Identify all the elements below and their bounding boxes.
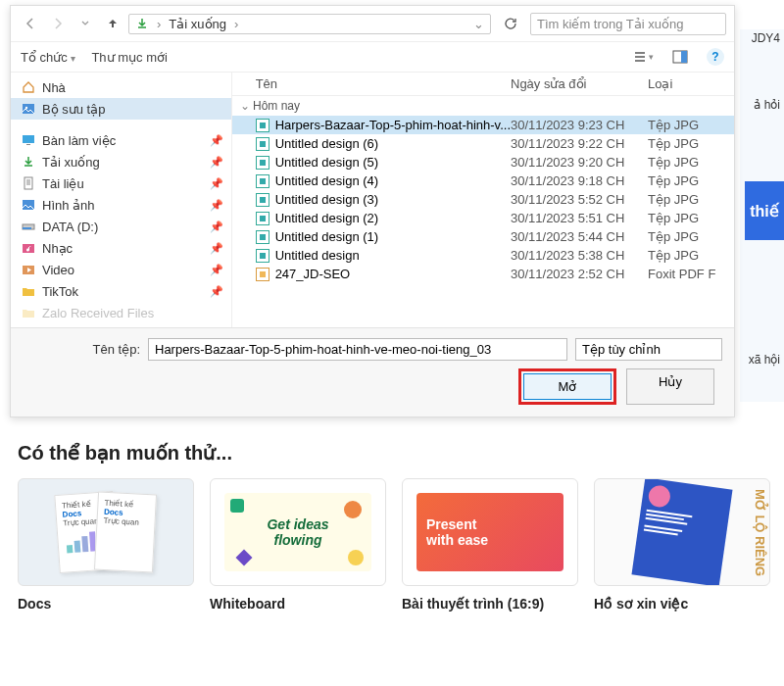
file-icon — [256, 249, 270, 263]
column-headers: Tên Ngày sửa đổi Loại — [232, 73, 734, 96]
sidebar-item-data[interactable]: DATA (D:)📌 — [11, 216, 231, 237]
file-icon — [256, 212, 270, 225]
annotation-highlight: Mở — [518, 368, 616, 405]
file-open-dialog: › Tải xuống › ⌄ Tìm kiếm trong Tải xuống… — [10, 5, 735, 417]
folder-icon — [21, 305, 36, 320]
file-type: Tệp JPG — [648, 136, 726, 151]
col-name[interactable]: Tên — [240, 76, 511, 91]
svg-rect-12 — [67, 545, 74, 553]
file-date: 30/11/2023 5:44 CH — [511, 229, 648, 244]
card-label: Bài thuyết trình (16:9) — [402, 596, 578, 612]
card-label: Hồ sơ xin việc — [594, 596, 770, 612]
pin-icon: 📌 — [210, 134, 223, 147]
download-icon — [135, 17, 149, 30]
folder-icon — [21, 283, 36, 299]
newfolder-button[interactable]: Thư mục mới — [91, 50, 167, 65]
sidebar-item-downloads[interactable]: Tải xuống📌 — [11, 151, 231, 172]
pin-icon: 📌 — [210, 264, 223, 276]
file-name: Untitled design (1) — [275, 229, 379, 244]
sidebar-item-pictures[interactable]: Hình ảnh📌 — [11, 194, 231, 216]
desktop-icon — [21, 132, 36, 148]
template-card-presentation[interactable]: Present with ease Bài thuyết trình (16:9… — [402, 478, 578, 612]
filename-label: Tên tệp: — [23, 342, 140, 357]
svg-rect-4 — [23, 135, 34, 143]
card-label: Docs — [18, 596, 194, 612]
template-card-whiteboard[interactable]: Get ideasflowing Whiteboard — [210, 478, 386, 612]
file-type: Tệp JPG — [648, 155, 726, 170]
col-type[interactable]: Loại — [648, 76, 726, 91]
file-icon — [256, 174, 270, 188]
file-row[interactable]: Untitled design30/11/2023 5:38 CHTệp JPG — [232, 246, 734, 265]
sidebar-item-music[interactable]: Nhạc📌 — [11, 237, 231, 259]
template-card-docs[interactable]: Thiết kế Docs Trực quan Thiết kế Docs Tr… — [18, 478, 194, 612]
gallery-icon — [21, 101, 36, 117]
file-name: Untitled design (3) — [275, 192, 379, 207]
svg-rect-14 — [81, 536, 88, 552]
file-row[interactable]: Untitled design (4)30/11/2023 9:18 CHTệp… — [232, 172, 734, 190]
search-input[interactable]: Tìm kiếm trong Tải xuống — [530, 13, 726, 35]
file-name: Untitled design (6) — [275, 136, 379, 151]
open-button[interactable]: Mở — [523, 373, 612, 400]
file-row[interactable]: Harpers-Bazaar-Top-5-phim-hoat-hinh-v...… — [232, 116, 734, 134]
file-name: Untitled design (2) — [275, 211, 379, 225]
filetype-filter[interactable] — [575, 338, 722, 361]
file-row[interactable]: Untitled design (1)30/11/2023 5:44 CHTệp… — [232, 227, 734, 246]
back-button[interactable] — [19, 12, 42, 35]
preview-pane-button[interactable] — [669, 46, 691, 68]
view-menu[interactable]: ▾ — [632, 46, 654, 68]
path-segment[interactable]: Tải xuống — [169, 17, 226, 31]
file-list: Tên Ngày sửa đổi Loại ⌄ Hôm nay Harpers-… — [232, 73, 734, 327]
file-name: Untitled design — [275, 248, 360, 263]
file-type: Tệp JPG — [648, 118, 726, 132]
file-row[interactable]: Untitled design (2)30/11/2023 5:51 CHTệp… — [232, 209, 734, 227]
pin-icon: 📌 — [210, 199, 223, 212]
file-icon — [256, 230, 270, 244]
help-button[interactable]: ? — [707, 48, 724, 66]
file-row[interactable]: Untitled design (5)30/11/2023 9:20 CHTệp… — [232, 153, 734, 172]
nav-bar: › Tải xuống › ⌄ Tìm kiếm trong Tải xuống — [11, 6, 734, 42]
group-today[interactable]: ⌄ Hôm nay — [232, 96, 734, 116]
template-card-resume[interactable]: MỞ LỘ RIÊNG Hồ sơ xin việc — [594, 478, 770, 612]
forward-button[interactable] — [46, 12, 70, 35]
file-date: 30/11/2023 9:22 CH — [511, 136, 648, 151]
recent-dropdown[interactable] — [74, 12, 97, 35]
bg-text: JDY4 — [752, 31, 780, 45]
refresh-button[interactable] — [499, 12, 522, 35]
pin-icon: 📌 — [210, 242, 223, 255]
card-label: Whiteboard — [210, 596, 386, 612]
file-date: 30/11/2023 5:51 CH — [511, 211, 648, 225]
sidebar-item-home[interactable]: Nhà — [11, 76, 231, 98]
sidebar-item-collection[interactable]: Bộ sưu tập — [11, 98, 231, 120]
organize-menu[interactable]: Tổ chức ▾ — [21, 50, 75, 65]
dialog-footer: Tên tệp: Mở Hủy — [11, 327, 734, 416]
file-date: 30/11/2023 5:38 CH — [511, 248, 648, 263]
file-row[interactable]: Untitled design (3)30/11/2023 5:52 CHTệp… — [232, 190, 734, 209]
file-type: Tệp JPG — [648, 211, 726, 225]
file-row[interactable]: Untitled design (6)30/11/2023 9:22 CHTệp… — [232, 134, 734, 153]
col-date[interactable]: Ngày sửa đổi — [511, 76, 648, 91]
sidebar-item-tiktok[interactable]: TikTok📌 — [11, 280, 231, 302]
file-row[interactable]: 247_JD-SEO30/11/2023 2:52 CHFoxit PDF F — [232, 265, 734, 283]
path-dropdown-icon[interactable]: ⌄ — [473, 17, 484, 31]
svg-rect-13 — [74, 540, 81, 552]
file-date: 30/11/2023 5:52 CH — [511, 192, 648, 207]
filename-input[interactable] — [148, 338, 567, 361]
pin-icon: 📌 — [210, 156, 223, 169]
thumb-presentation: Present with ease — [402, 478, 578, 586]
cancel-button[interactable]: Hủy — [626, 368, 714, 405]
file-date: 30/11/2023 9:23 CH — [511, 118, 648, 132]
pin-icon: 📌 — [210, 220, 223, 233]
sidebar-item-desktop[interactable]: Bàn làm việc📌 — [11, 129, 231, 151]
thumb-docs: Thiết kế Docs Trực quan Thiết kế Docs Tr… — [18, 478, 194, 586]
up-button[interactable] — [101, 12, 124, 35]
path-box[interactable]: › Tải xuống › ⌄ — [128, 14, 491, 34]
sidebar-item-documents[interactable]: Tài liệu📌 — [11, 172, 231, 194]
file-type: Foxit PDF F — [648, 267, 726, 281]
file-name: Untitled design (4) — [275, 173, 379, 188]
file-date: 30/11/2023 2:52 CH — [511, 267, 648, 281]
file-type: Tệp JPG — [648, 173, 726, 188]
sidebar-item-zalo[interactable]: Zalo Received Files — [11, 302, 231, 323]
suggestions-section: Có thể bạn muốn thử... Thiết kế Docs Trự… — [18, 441, 774, 612]
file-icon — [256, 193, 270, 207]
sidebar-item-video[interactable]: Video📌 — [11, 259, 231, 280]
